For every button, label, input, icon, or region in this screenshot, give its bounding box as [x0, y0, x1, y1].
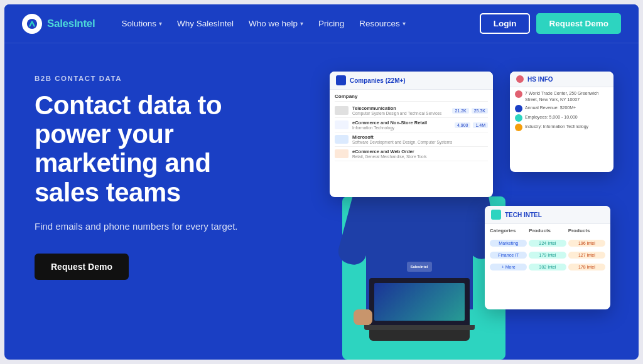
card-companies-title: Companies (22M+) [350, 77, 406, 84]
company-name: Telecommunication [352, 105, 448, 111]
tech-badge: 302 Intel [529, 264, 566, 270]
person-body: SalesIntel [344, 121, 495, 360]
employees-icon [515, 114, 522, 122]
col-products2-title: Products [568, 228, 605, 233]
hs-text-line: Industry: Information Technology [525, 124, 588, 131]
company-info: Telecommunication Computer System Design… [352, 105, 448, 115]
revenue-icon [515, 105, 522, 112]
industry-icon [515, 124, 522, 131]
company-logo [335, 106, 349, 115]
svg-point-0 [27, 18, 37, 28]
nav-who-we-help[interactable]: Who we help ▾ [242, 15, 310, 32]
hero-subtext: Find emails and phone numbers for every … [35, 220, 248, 234]
card-tech-title: TECH INTEL [505, 211, 542, 218]
tech-badge: 179 Intel [529, 252, 566, 259]
tech-col-products-2: Products 196 Intel 127 Intel 178 Intel [568, 228, 605, 272]
hero-left: B2B CONTACT DATA Contact data to power y… [35, 68, 305, 360]
stat-badge: 21.2K [452, 108, 468, 114]
hero-section: B2B CONTACT DATA Contact data to power y… [4, 43, 639, 360]
card-companies-header: Companies (22M+) [330, 72, 493, 90]
col-company: Company [335, 94, 438, 99]
hs-text-line: Annual Revenue: $200M+ [525, 105, 576, 112]
location-icon [515, 90, 522, 98]
laptop [369, 278, 470, 341]
nav-why-salesintel[interactable]: Why SalesIntel [171, 15, 240, 32]
nav-actions: Login Request Demo [480, 13, 621, 34]
laptop-base [364, 325, 475, 330]
building-icon [336, 75, 346, 85]
laptop-screen [369, 278, 470, 325]
nav-solutions[interactable]: Solutions ▾ [115, 15, 168, 32]
hs-row-4: Industry: Information Technology [515, 124, 608, 131]
info-icon [516, 75, 524, 83]
laptop-screen-content [374, 283, 465, 321]
divider [335, 101, 488, 102]
tech-badge: 127 Intel [568, 252, 605, 259]
tech-badge: 178 Intel [568, 264, 605, 270]
tech-col-products-1: Products 224 Intel 179 Intel 302 Intel [529, 228, 566, 272]
company-stats: 21.2K 25.3K [452, 108, 488, 114]
request-demo-button-nav[interactable]: Request Demo [536, 13, 621, 34]
stat-badge: 25.3K [472, 108, 488, 114]
hs-row-2: Annual Revenue: $200M+ [515, 105, 608, 112]
navbar: SalesIntel Solutions ▾ Why SalesIntel Wh… [4, 4, 639, 43]
tech-badge: 224 Intel [529, 240, 566, 247]
chevron-down-icon: ▾ [159, 20, 162, 27]
card-hs-title: HS INFO [527, 76, 553, 83]
logo-text: SalesIntel [47, 18, 95, 30]
hs-row-1: 7 World Trade Center, 250 Greenwich Stre… [515, 90, 608, 103]
card-hs-header: HS INFO [510, 72, 613, 87]
nav-pricing[interactable]: Pricing [312, 15, 350, 32]
logo-icon [22, 14, 42, 34]
page-wrapper: SalesIntel Solutions ▾ Why SalesIntel Wh… [4, 4, 639, 360]
hs-section: 7 World Trade Center, 250 Greenwich Stre… [510, 87, 613, 136]
hs-row-3: Employees: 5,000 - 10,000 [515, 114, 608, 122]
hs-text-line: Employees: 5,000 - 10,000 [525, 114, 578, 122]
hero-heading: Contact data to power your marketing and… [35, 91, 305, 207]
tech-badge: 196 Intel [568, 240, 605, 247]
logo[interactable]: SalesIntel [22, 14, 95, 34]
login-button[interactable]: Login [480, 13, 531, 34]
person-hair [394, 121, 445, 153]
nav-links: Solutions ▾ Why SalesIntel Who we help ▾… [115, 15, 479, 32]
request-demo-button-hero[interactable]: Request Demo [35, 254, 129, 280]
eyebrow-text: B2B CONTACT DATA [35, 75, 305, 82]
hs-address: 7 World Trade Center, 250 Greenwich Stre… [525, 90, 608, 103]
card-hs-info: HS INFO 7 World Trade Center, 250 Greenw… [510, 72, 613, 172]
chevron-down-icon: ▾ [403, 20, 406, 27]
person-figure: SalesIntel [339, 115, 499, 360]
table-header-row: Company [335, 94, 488, 99]
shirt-logo: SalesIntel [407, 262, 432, 272]
col-products1-title: Products [529, 228, 566, 233]
person-left-hand [354, 309, 372, 325]
nav-resources[interactable]: Resources ▾ [353, 15, 412, 32]
hero-illustration: SalesIntel [305, 68, 613, 360]
chevron-down-icon: ▾ [300, 20, 303, 27]
